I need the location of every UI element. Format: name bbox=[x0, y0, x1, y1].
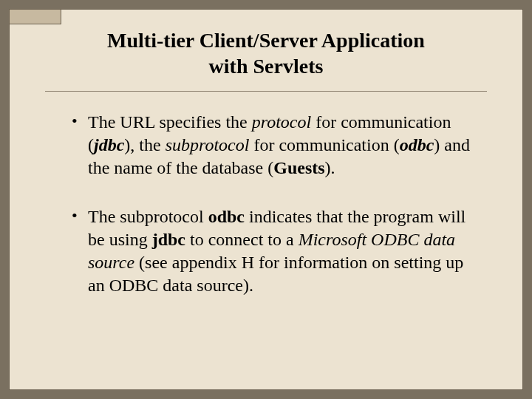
title-divider bbox=[45, 91, 487, 92]
text-segment: (see appendix H for information on setti… bbox=[88, 253, 463, 295]
text-segment: ), the bbox=[124, 135, 165, 154]
text-segment: subprotocol bbox=[166, 135, 250, 154]
text-segment: The URL specifies the bbox=[88, 112, 252, 132]
text-segment: jdbc bbox=[94, 135, 124, 154]
text-segment: odbc bbox=[208, 207, 245, 226]
text-segment: protocol bbox=[252, 112, 311, 132]
slide: Multi-tier Client/Server Application wit… bbox=[9, 9, 523, 390]
text-segment: ). bbox=[325, 158, 335, 177]
text-segment: jdbc bbox=[152, 230, 185, 249]
title-line-2: with Servlets bbox=[60, 53, 472, 79]
bullet-item: The subprotocol odbc indicates that the … bbox=[72, 205, 472, 298]
slide-title: Multi-tier Client/Server Application wit… bbox=[30, 23, 502, 88]
text-segment: for communication ( bbox=[249, 135, 399, 154]
text-segment: to connect to a bbox=[185, 230, 299, 249]
bullet-item: The URL specifies the protocol for commu… bbox=[72, 111, 472, 180]
corner-tab bbox=[10, 10, 61, 24]
text-segment: Guests bbox=[273, 158, 324, 177]
bullet-list: The URL specifies the protocol for commu… bbox=[30, 111, 502, 297]
text-segment: odbc bbox=[400, 135, 434, 154]
text-segment: The subprotocol bbox=[88, 207, 208, 226]
title-line-1: Multi-tier Client/Server Application bbox=[60, 27, 472, 53]
